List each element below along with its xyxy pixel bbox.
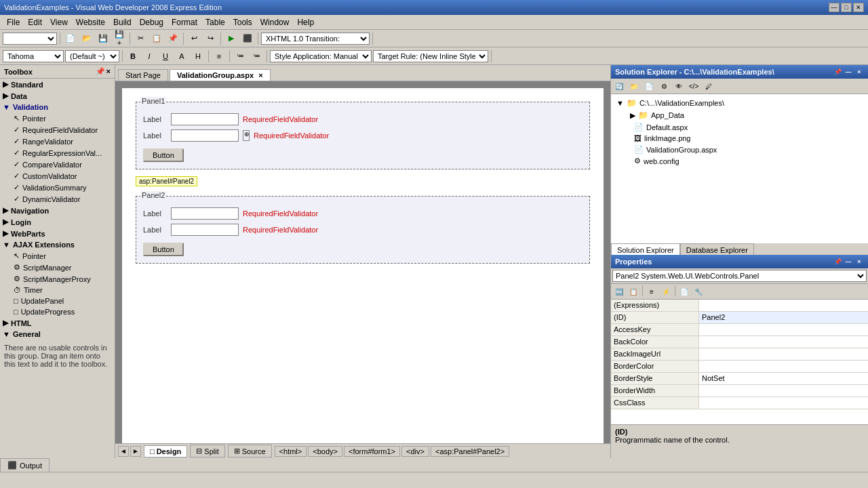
props-app-btn[interactable]: 🔧: [692, 285, 705, 298]
se-link-image[interactable]: 🖼 linkImage.png: [614, 133, 865, 144]
section-standard[interactable]: ▶ Standard: [0, 79, 115, 90]
tab-close-icon[interactable]: ×: [258, 71, 262, 79]
panel1-input2[interactable]: [171, 129, 239, 142]
section-data[interactable]: ▶ Data: [0, 90, 115, 102]
se-pin-btn[interactable]: 📌: [833, 67, 842, 77]
menu-tools[interactable]: Tools: [229, 16, 256, 28]
se-properties-btn[interactable]: ⚙: [657, 80, 671, 92]
se-web-config[interactable]: ⚙ web.config: [614, 155, 865, 167]
tool-pointer-2[interactable]: ↖Pointer: [0, 250, 115, 262]
panel2-input2[interactable]: [171, 224, 239, 236]
menu-build[interactable]: Build: [109, 16, 136, 28]
section-validation[interactable]: ▼ Validation: [0, 102, 115, 113]
breadcrumb-body[interactable]: <body>: [308, 446, 342, 457]
tool-script-manager-proxy[interactable]: ⚙ScriptManagerProxy: [0, 273, 115, 285]
toolbox-scroll[interactable]: ▶ Standard ▶ Data ▼ Validation ↖Pointer …: [0, 79, 115, 458]
props-page-btn[interactable]: 📄: [677, 285, 691, 298]
tool-compare-validator[interactable]: ✓CompareValidator: [0, 159, 115, 170]
prop-borderstyle-value[interactable]: NotSet: [699, 373, 868, 384]
breadcrumb-next-btn[interactable]: ►: [130, 446, 141, 457]
se-folder-btn[interactable]: 📁: [627, 80, 641, 92]
breadcrumb-prev-btn[interactable]: ◄: [118, 446, 129, 457]
minimize-button[interactable]: —: [829, 3, 840, 12]
prop-backcolor-value[interactable]: [699, 336, 868, 348]
cut-btn[interactable]: ✂: [133, 32, 148, 45]
se-validation-group[interactable]: 📄 ValidationGroup.aspx: [614, 144, 865, 155]
underline-btn[interactable]: U: [158, 49, 173, 63]
align-left-btn[interactable]: ≡: [212, 49, 226, 63]
design-area[interactable]: Panel1 Label RequiredFieldValidator Labe…: [115, 81, 610, 443]
new-btn[interactable]: 📄: [63, 32, 78, 45]
design-btn[interactable]: □ Design: [144, 445, 187, 458]
prop-accesskey-value[interactable]: [699, 324, 868, 336]
split-btn[interactable]: ⊟ Split: [190, 445, 224, 458]
tool-pointer-1[interactable]: ↖Pointer: [0, 113, 115, 124]
highlight-btn[interactable]: H: [191, 49, 205, 63]
project-select[interactable]: [3, 33, 57, 45]
tool-update-progress[interactable]: □UpdateProgress: [0, 306, 115, 317]
tool-regex-validator[interactable]: ✓RegularExpressionVal...: [0, 147, 115, 159]
breadcrumb-div[interactable]: <div>: [401, 446, 429, 457]
tab-validationgroup[interactable]: ValidationGroup.aspx ×: [170, 69, 271, 81]
props-min-btn[interactable]: —: [844, 257, 853, 266]
redo-btn[interactable]: ↪: [203, 32, 218, 45]
style-app-select[interactable]: Style Application: Manual ~: [270, 50, 372, 62]
menu-format[interactable]: Format: [167, 16, 201, 28]
debug-start-btn[interactable]: ▶: [224, 32, 239, 45]
breadcrumb-form[interactable]: <form#form1>: [344, 446, 400, 457]
toolbox-close-btn[interactable]: ×: [106, 67, 111, 76]
unorder-list-btn[interactable]: ≔: [233, 49, 248, 63]
props-event-btn[interactable]: ⚡: [659, 285, 673, 298]
save-btn[interactable]: 💾: [96, 32, 111, 45]
prop-cssclass-value[interactable]: [699, 397, 868, 409]
breadcrumb-html[interactable]: <html>: [275, 446, 307, 457]
section-ajax[interactable]: ▼ AJAX Extensions: [0, 239, 115, 250]
menu-window[interactable]: Window: [256, 16, 294, 28]
props-pin-btn[interactable]: 📌: [833, 257, 842, 266]
prop-bordercolor-value[interactable]: [699, 361, 868, 372]
save-all-btn[interactable]: 💾+: [112, 32, 127, 45]
menu-file[interactable]: File: [3, 16, 24, 28]
tab-output[interactable]: ⬛ Output: [0, 458, 50, 472]
prop-expressions-value[interactable]: [699, 300, 868, 311]
props-cat-btn[interactable]: 📋: [627, 285, 640, 298]
font-color-btn[interactable]: A: [174, 49, 189, 63]
target-rule-select[interactable]: Target Rule: (New Inline Style): [373, 50, 488, 62]
maximize-button[interactable]: □: [841, 3, 852, 12]
se-default-aspx[interactable]: 📄 Default.aspx: [614, 121, 865, 133]
section-login[interactable]: ▶ Login: [0, 216, 115, 228]
section-html[interactable]: ▶ HTML: [0, 317, 115, 329]
se-view-btn[interactable]: 👁: [672, 80, 686, 92]
close-button[interactable]: ✕: [853, 3, 864, 12]
menu-table[interactable]: Table: [201, 16, 229, 28]
open-btn[interactable]: 📂: [79, 32, 94, 45]
drag-handle[interactable]: ⊕: [243, 130, 250, 141]
bold-btn[interactable]: B: [125, 49, 140, 63]
menu-debug[interactable]: Debug: [136, 16, 167, 28]
tab-start-page[interactable]: Start Page: [118, 69, 168, 81]
menu-view[interactable]: View: [46, 16, 72, 28]
paste-btn[interactable]: 📌: [165, 32, 180, 45]
props-prop-btn[interactable]: ≡: [645, 285, 658, 298]
se-file-btn[interactable]: 📄: [642, 80, 656, 92]
props-target-select[interactable]: Panel2 System.Web.UI.WebControls.Panel: [612, 270, 867, 282]
tool-range-validator[interactable]: ✓RangeValidator: [0, 136, 115, 147]
tool-validation-summary[interactable]: ✓ValidationSummary: [0, 182, 115, 193]
toolbox-pin-btn[interactable]: 📌: [96, 67, 105, 76]
order-list-btn[interactable]: ≔: [249, 49, 264, 63]
tool-dynamic-validator[interactable]: ✓DynamicValidator: [0, 193, 115, 205]
se-min-btn[interactable]: —: [844, 67, 853, 77]
panel2-input1[interactable]: [171, 207, 239, 220]
doctype-select[interactable]: XHTML 1.0 Transition:: [261, 33, 370, 45]
tool-script-manager[interactable]: ⚙ScriptManager: [0, 262, 115, 273]
prop-id-value[interactable]: Panel2: [699, 312, 868, 323]
se-code-btn[interactable]: </>: [687, 80, 701, 92]
font-select[interactable]: Tahoma: [3, 50, 64, 62]
section-webparts[interactable]: ▶ WebParts: [0, 228, 115, 239]
props-close-btn[interactable]: ×: [854, 257, 864, 266]
se-refresh-btn[interactable]: 🔄: [612, 80, 626, 92]
prop-borderwidth-value[interactable]: [699, 385, 868, 396]
stop-btn[interactable]: ⬛: [240, 32, 255, 45]
size-select[interactable]: (Default ~): [65, 50, 119, 62]
undo-btn[interactable]: ↩: [186, 32, 201, 45]
